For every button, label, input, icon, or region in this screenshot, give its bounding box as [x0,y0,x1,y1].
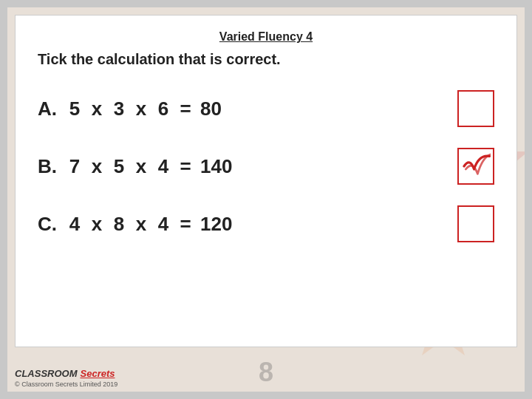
card-title: Varied Fluency 4 [38,30,494,44]
math-result-c: 120 [200,213,232,236]
math-eq-b: = [178,155,193,178]
math-op-b2: x [134,155,149,178]
math-num-b3: 4 [156,155,171,178]
math-eq-a: = [178,98,193,120]
question-row-c: C. 4 x 8 x 4 = 120 [38,205,494,242]
question-row-a: A. 5 x 3 x 6 = 80 [38,90,494,127]
tick-box-a[interactable] [457,90,494,127]
background: Varied Fluency 4 Tick the calculation th… [7,7,525,392]
math-num-c3: 4 [156,213,171,236]
tick-box-b[interactable] [457,148,494,185]
math-num-c1: 4 [67,213,82,236]
math-part-a: 5 x 3 x 6 = 80 [67,98,457,120]
logo-secrets: Secrets [81,368,115,379]
footer-logo: CLASSROOM Secrets [15,368,117,379]
question-label-b: B. [38,155,67,178]
math-part-b: 7 x 5 x 4 = 140 [67,155,457,178]
tick-box-c[interactable] [457,205,494,242]
question-label-a: A. [38,98,67,120]
bottom-number: 8 [259,357,273,388]
math-op-c1: x [89,213,104,236]
math-num-b2: 5 [112,155,126,178]
main-card: Varied Fluency 4 Tick the calculation th… [15,15,517,347]
math-result-b: 140 [200,155,232,178]
math-op-a1: x [89,98,104,120]
math-op-a2: x [134,98,149,120]
math-eq-c: = [178,213,193,236]
logo-classroom: CLASSROOM [15,368,78,379]
math-num-b1: 7 [67,155,82,178]
card-instruction: Tick the calculation that is correct. [38,51,494,68]
math-result-a: 80 [200,98,222,120]
math-op-b1: x [89,155,104,178]
math-num-a1: 5 [67,98,82,120]
footer-copyright: © Classroom Secrets Limited 2019 [15,381,117,388]
footer: CLASSROOM Secrets © Classroom Secrets Li… [15,368,117,388]
math-part-c: 4 x 8 x 4 = 120 [67,213,457,236]
math-num-a3: 6 [156,98,171,120]
question-row-b: B. 7 x 5 x 4 = 140 [38,148,494,185]
math-num-a2: 3 [112,98,126,120]
question-label-c: C. [38,213,67,236]
math-op-c2: x [134,213,149,236]
math-num-c2: 8 [112,213,126,236]
